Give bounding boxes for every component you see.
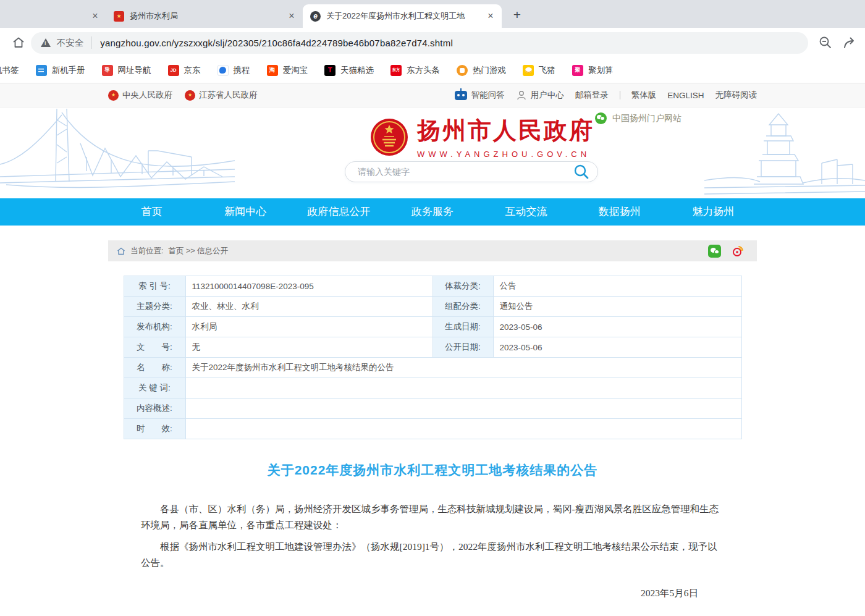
bookmark-item[interactable]: 机书签 bbox=[0, 65, 19, 76]
bookmark-item[interactable]: JD 京东 bbox=[168, 65, 201, 76]
share-button[interactable] bbox=[843, 35, 859, 50]
nav-item-news[interactable]: 新闻中心 bbox=[198, 198, 292, 226]
bookmark-item[interactable]: 淘 爱淘宝 bbox=[267, 65, 308, 76]
bookmark-item[interactable]: 热门游戏 bbox=[457, 65, 506, 76]
home-icon bbox=[12, 36, 25, 49]
article-date: 2023年5月6日 bbox=[141, 587, 724, 600]
nav-item-charm[interactable]: 魅力扬州 bbox=[667, 198, 760, 226]
nav-item-services[interactable]: 政务服务 bbox=[386, 198, 479, 226]
meta-value bbox=[185, 399, 741, 419]
search-icon bbox=[573, 164, 589, 180]
breadcrumb-path[interactable]: 首页 >> 信息公开 bbox=[168, 246, 228, 256]
meta-value: 11321000014407098E-2023-095 bbox=[185, 276, 432, 297]
meta-label: 关 键 词: bbox=[124, 378, 185, 399]
table-row: 内容概述: bbox=[124, 399, 741, 419]
warning-icon[interactable] bbox=[41, 38, 51, 47]
close-icon[interactable]: × bbox=[89, 10, 101, 22]
nav-item-home[interactable]: 首页 bbox=[105, 198, 198, 226]
article-paragraph: 根据《扬州市水利工程文明工地建设管理办法》（扬水规[2019]1号），2022年… bbox=[141, 539, 724, 571]
jiangsu-gov-link[interactable]: 江苏省人民政府 bbox=[185, 90, 258, 101]
meta-value: 2023-05-06 bbox=[493, 337, 741, 358]
bookmark-item[interactable]: 东方 东方头条 bbox=[390, 65, 440, 76]
security-label[interactable]: 不安全 bbox=[57, 37, 84, 49]
address-bar[interactable]: 不安全 yangzhou.gov.cn/yzszxxgk/slj/202305/… bbox=[31, 32, 808, 54]
traditional-label: 繁体版 bbox=[631, 90, 657, 101]
bookmark-label: 热门游戏 bbox=[473, 65, 506, 76]
meta-value: 2023-05-06 bbox=[493, 317, 741, 337]
table-row: 名 称: 关于2022年度扬州市水利工程文明工地考核结果的公告 bbox=[124, 358, 741, 378]
weibo-share-icon[interactable] bbox=[731, 244, 745, 258]
bookmark-label: 飞猪 bbox=[539, 65, 555, 76]
tab-active-announcement[interactable]: 关于2022年度扬州市水利工程文明工地 × bbox=[303, 4, 502, 28]
site-nav-icon: 导 bbox=[102, 65, 113, 76]
meta-value: 关于2022年度扬州市水利工程文明工地考核结果的公告 bbox=[185, 358, 741, 378]
bookmark-item[interactable]: 聚 聚划算 bbox=[572, 65, 614, 76]
table-row: 关 键 词: bbox=[124, 378, 741, 399]
accessibility-link[interactable]: 无障碍阅读 bbox=[715, 90, 757, 101]
mail-login-link[interactable]: 邮箱登录 bbox=[575, 90, 609, 101]
jd-icon: JD bbox=[168, 65, 179, 76]
table-row: 索 引 号: 11321000014407098E-2023-095 体裁分类:… bbox=[124, 276, 741, 297]
traditional-link[interactable]: 繁体版 bbox=[631, 90, 657, 101]
site-search[interactable] bbox=[345, 161, 598, 182]
wechat-share-icon[interactable] bbox=[708, 245, 721, 258]
nav-item-interaction[interactable]: 互动交流 bbox=[479, 198, 573, 226]
meta-label: 主题分类: bbox=[124, 297, 185, 317]
user-center-link[interactable]: 用户中心 bbox=[516, 90, 564, 101]
bookmark-label: 新机手册 bbox=[52, 65, 85, 76]
tab-partial[interactable]: × bbox=[0, 4, 106, 28]
meta-value: 公告 bbox=[493, 276, 741, 297]
article: 关于2022年度扬州市水利工程文明工地考核结果的公告 各县（市、区）水利（务）局… bbox=[108, 462, 757, 616]
site-brand[interactable]: 扬州市人民政府 WWW.YANGZHOU.GOV.CN bbox=[369, 115, 594, 159]
close-icon[interactable]: × bbox=[285, 10, 298, 22]
zoom-out-button[interactable] bbox=[818, 35, 833, 50]
central-gov-link[interactable]: 中央人民政府 bbox=[108, 90, 172, 101]
english-link[interactable]: ENGLISH bbox=[667, 91, 704, 100]
hot-games-icon bbox=[457, 65, 468, 76]
fliggy-icon bbox=[523, 65, 534, 76]
smart-qa-link[interactable]: 智能问答 bbox=[455, 90, 505, 101]
gov-emblem-favicon-icon bbox=[114, 11, 124, 22]
breadcrumb-home-icon bbox=[117, 247, 125, 255]
article-paragraph: 各县（市、区）水利（务）局，扬州经济开发区城乡事务管理局，生态科技新城规划建设局… bbox=[141, 501, 724, 533]
bookmark-label: 网址导航 bbox=[118, 65, 151, 76]
site-name: 扬州市人民政府 bbox=[417, 115, 594, 146]
meta-label: 名 称: bbox=[124, 358, 185, 378]
bookmark-label: 爱淘宝 bbox=[283, 65, 308, 76]
bookmark-item[interactable]: 飞猪 bbox=[523, 65, 555, 76]
tmall-icon: T bbox=[324, 65, 335, 76]
meta-label: 时 效: bbox=[124, 419, 185, 439]
metadata-table: 索 引 号: 11321000014407098E-2023-095 体裁分类:… bbox=[124, 276, 742, 439]
utility-divider bbox=[620, 91, 620, 99]
bookmark-item[interactable]: T 天猫精选 bbox=[324, 65, 374, 76]
meta-label: 体裁分类: bbox=[432, 276, 493, 297]
wechat-icon bbox=[595, 112, 607, 124]
bookmark-item[interactable]: 新机手册 bbox=[36, 65, 85, 76]
nav-item-data[interactable]: 数据扬州 bbox=[573, 198, 666, 226]
search-button[interactable] bbox=[573, 164, 589, 180]
ctrip-icon bbox=[217, 65, 229, 76]
bookmark-item[interactable]: 导 网址导航 bbox=[102, 65, 151, 76]
url-text[interactable]: yangzhou.gov.cn/yzszxxgk/slj/202305/210c… bbox=[100, 38, 453, 48]
juhuasuan-icon: 聚 bbox=[572, 65, 583, 76]
tab-title: 扬州市水利局 bbox=[130, 11, 285, 22]
smart-qa-label: 智能问答 bbox=[471, 90, 505, 101]
taobao-icon: 淘 bbox=[267, 65, 278, 76]
search-input[interactable] bbox=[358, 167, 573, 177]
meta-value bbox=[185, 419, 741, 439]
portal-badge[interactable]: 中国扬州门户网站 bbox=[595, 112, 681, 124]
mail-login-label: 邮箱登录 bbox=[575, 90, 609, 101]
meta-value: 无 bbox=[185, 337, 432, 358]
bookmark-label: 聚划算 bbox=[588, 65, 614, 76]
gov-emblem-icon bbox=[108, 90, 119, 101]
meta-label: 组配分类: bbox=[432, 297, 493, 317]
browser-toolbar: 不安全 yangzhou.gov.cn/yzszxxgk/slj/202305/… bbox=[0, 28, 865, 57]
new-tab-button[interactable]: + bbox=[508, 6, 526, 25]
home-button[interactable] bbox=[6, 36, 31, 49]
nav-item-info-disclosure[interactable]: 政府信息公开 bbox=[292, 198, 386, 226]
bookmark-item[interactable]: 携程 bbox=[217, 65, 250, 76]
bookmark-label: 机书签 bbox=[0, 65, 19, 76]
close-icon[interactable]: × bbox=[484, 10, 497, 22]
tab-water-bureau[interactable]: 扬州市水利局 × bbox=[106, 4, 303, 28]
bookmark-label: 京东 bbox=[184, 65, 201, 76]
